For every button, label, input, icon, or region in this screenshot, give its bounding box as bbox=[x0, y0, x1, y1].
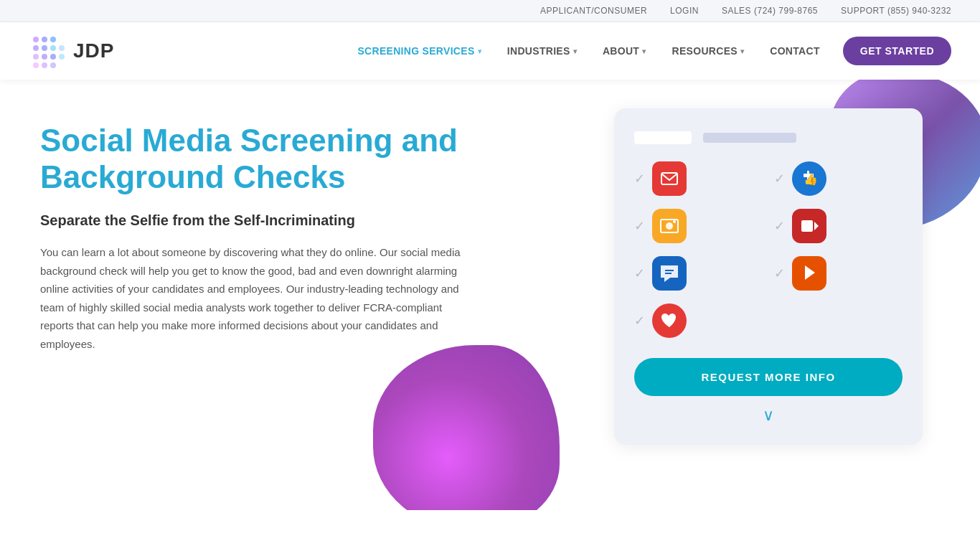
logo-icon bbox=[29, 32, 66, 70]
svg-point-13 bbox=[50, 62, 56, 68]
checkmark-icon: ✓ bbox=[634, 171, 645, 187]
like-icon: 👍 bbox=[792, 161, 826, 196]
hero-title: Social Media Screening and Background Ch… bbox=[40, 123, 473, 195]
svg-text:👍: 👍 bbox=[804, 172, 818, 186]
card-row-music: ✓ bbox=[774, 256, 903, 291]
nav-about[interactable]: ABOUT ▾ bbox=[591, 39, 658, 62]
sales-link[interactable]: SALES (724) 799-8765 bbox=[722, 6, 818, 16]
card-bar-long bbox=[703, 133, 796, 143]
chevron-down-icon: ▾ bbox=[478, 47, 481, 55]
photo-icon bbox=[652, 209, 687, 243]
request-more-info-button[interactable]: REQUEST MORE INFO bbox=[634, 358, 903, 396]
svg-point-3 bbox=[33, 45, 39, 51]
main-nav: SCREENING SERVICES ▾ INDUSTRIES ▾ ABOUT … bbox=[346, 39, 831, 62]
svg-point-8 bbox=[42, 54, 47, 60]
svg-point-10 bbox=[59, 54, 65, 60]
svg-point-9 bbox=[50, 54, 56, 60]
svg-rect-15 bbox=[661, 173, 677, 184]
music-icon bbox=[792, 256, 826, 291]
checkmark-icon: ✓ bbox=[774, 265, 785, 281]
card-header bbox=[634, 131, 903, 144]
chevron-down-icon[interactable]: ∨ bbox=[634, 406, 903, 425]
hero-card: ✓ ✓ 👍 bbox=[614, 108, 923, 445]
nav-screening[interactable]: SCREENING SERVICES ▾ bbox=[346, 39, 492, 62]
card-row-chat: ✓ bbox=[634, 256, 763, 291]
card-row-photo: ✓ bbox=[634, 209, 763, 243]
nav-resources[interactable]: RESOURCES ▾ bbox=[661, 39, 756, 62]
card-bar-short bbox=[634, 131, 692, 144]
svg-marker-22 bbox=[814, 222, 819, 230]
svg-point-0 bbox=[33, 37, 39, 42]
card-icon-grid: ✓ ✓ 👍 bbox=[634, 161, 903, 338]
get-started-button[interactable]: GET STARTED bbox=[843, 37, 951, 65]
checkmark-icon: ✓ bbox=[634, 265, 645, 281]
chevron-down-icon: ▾ bbox=[642, 47, 646, 55]
heart-icon bbox=[652, 303, 687, 338]
chevron-down-icon: ▾ bbox=[740, 47, 744, 55]
hero-content: Social Media Screening and Background Ch… bbox=[0, 80, 502, 382]
video-icon bbox=[792, 209, 826, 243]
card-row-heart: ✓ bbox=[634, 303, 763, 338]
email-icon bbox=[652, 161, 687, 196]
svg-point-19 bbox=[666, 222, 673, 230]
nav-contact[interactable]: CONTACT bbox=[758, 39, 831, 62]
logo[interactable]: JDP bbox=[29, 32, 114, 70]
card-row-video: ✓ bbox=[774, 209, 903, 243]
checkmark-icon: ✓ bbox=[634, 313, 645, 329]
top-bar: APPLICANT/CONSUMER LOGIN SALES (724) 799… bbox=[0, 0, 980, 22]
svg-marker-25 bbox=[805, 265, 815, 280]
checkmark-icon: ✓ bbox=[774, 218, 785, 234]
site-header: JDP SCREENING SERVICES ▾ INDUSTRIES ▾ AB… bbox=[0, 22, 980, 80]
hero-body: You can learn a lot about someone by dis… bbox=[40, 243, 473, 353]
support-link[interactable]: SUPPORT (855) 940-3232 bbox=[841, 6, 951, 16]
hero-subtitle: Separate the Selfie from the Self-Incrim… bbox=[40, 212, 473, 229]
nav-industries[interactable]: INDUSTRIES ▾ bbox=[496, 39, 588, 62]
login-link[interactable]: LOGIN bbox=[670, 6, 699, 16]
checkmark-icon: ✓ bbox=[634, 218, 645, 234]
chevron-down-icon: ▾ bbox=[573, 47, 577, 55]
svg-point-6 bbox=[59, 45, 65, 51]
chat-icon bbox=[652, 256, 687, 291]
svg-point-20 bbox=[673, 220, 676, 223]
hero-section: Social Media Screening and Background Ch… bbox=[0, 80, 980, 510]
svg-point-12 bbox=[42, 62, 47, 68]
card-row-email: ✓ bbox=[634, 161, 763, 196]
svg-point-1 bbox=[42, 37, 47, 42]
card-row-like: ✓ 👍 bbox=[774, 161, 903, 196]
logo-text: JDP bbox=[73, 39, 114, 62]
applicant-link[interactable]: APPLICANT/CONSUMER bbox=[540, 6, 647, 16]
svg-point-7 bbox=[33, 54, 39, 60]
svg-point-4 bbox=[42, 45, 47, 51]
svg-point-11 bbox=[33, 62, 39, 68]
checkmark-icon: ✓ bbox=[774, 171, 785, 187]
svg-point-5 bbox=[50, 45, 56, 51]
svg-point-2 bbox=[50, 37, 56, 42]
svg-rect-21 bbox=[801, 220, 813, 232]
